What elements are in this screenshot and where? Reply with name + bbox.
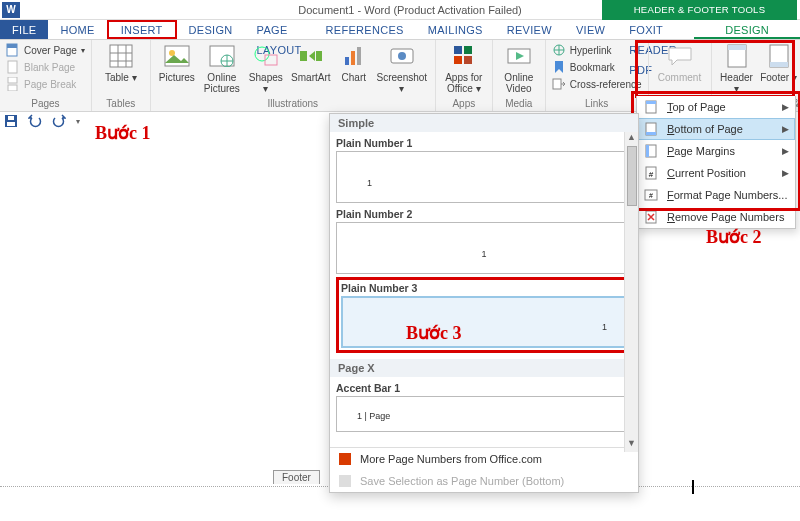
cross-ref-icon: [552, 77, 566, 91]
menu-bottom-of-page[interactable]: Bottom of Page▶: [637, 118, 795, 140]
remove-icon: [643, 209, 659, 225]
cover-page-icon: [6, 43, 20, 57]
menu-page-margins[interactable]: Page Margins▶: [637, 140, 795, 162]
online-video-button[interactable]: Online Video: [499, 42, 539, 94]
scroll-up-icon[interactable]: ▲: [627, 132, 636, 146]
svg-rect-5: [110, 45, 132, 67]
contextual-tab-title: HEADER & FOOTER TOOLS: [602, 0, 797, 20]
page-number-menu: Top of Page▶ Bottom of Page▶ Page Margin…: [636, 96, 796, 229]
blank-page-icon: [6, 60, 20, 74]
scroll-down-icon[interactable]: ▼: [627, 438, 636, 452]
pictures-button[interactable]: Pictures: [157, 42, 197, 83]
svg-point-22: [398, 52, 406, 60]
svg-rect-23: [454, 46, 462, 54]
redo-icon[interactable]: [52, 114, 66, 128]
shapes-icon: [252, 42, 280, 70]
cover-page-button[interactable]: Cover Page ▾: [6, 42, 85, 58]
pictures-icon: [163, 42, 191, 70]
online-pictures-icon: [208, 42, 236, 70]
gallery-item-4[interactable]: 1 | Page: [336, 396, 632, 432]
menu-current-position[interactable]: #Current Position▶: [637, 162, 795, 184]
group-media: Online Video Media: [493, 40, 546, 111]
menu-format-page-numbers[interactable]: #Format Page Numbers...: [637, 184, 795, 206]
table-icon: [107, 42, 135, 70]
header-button[interactable]: Header ▾: [718, 42, 756, 94]
hyperlink-button[interactable]: Hyperlink: [552, 42, 642, 58]
submenu-arrow-icon: ▶: [782, 124, 789, 134]
group-pages: Cover Page ▾ Blank Page Page Break Pages: [0, 40, 92, 111]
top-of-page-icon: [643, 99, 659, 115]
tab-home[interactable]: HOME: [48, 20, 106, 39]
apps-button[interactable]: Apps for Office ▾: [442, 42, 486, 94]
svg-rect-43: [7, 122, 15, 126]
save-selection: Save Selection as Page Number (Bottom): [330, 470, 638, 492]
office-icon: [338, 452, 352, 466]
svg-rect-44: [8, 116, 14, 120]
blank-page-button[interactable]: Blank Page: [6, 59, 85, 75]
cross-reference-button[interactable]: Cross-reference: [552, 76, 642, 92]
tab-foxit[interactable]: FOXIT READER PDF: [617, 20, 694, 39]
page-margins-icon: [643, 143, 659, 159]
hyperlink-icon: [552, 43, 566, 57]
video-icon: [505, 42, 533, 70]
svg-rect-20: [357, 47, 361, 65]
scroll-thumb[interactable]: [627, 146, 637, 206]
word-app-icon: W: [2, 2, 20, 18]
svg-rect-4: [8, 85, 17, 91]
page-break-button[interactable]: Page Break: [6, 76, 85, 92]
shapes-button[interactable]: Shapes ▾: [247, 42, 285, 94]
header-icon: [723, 42, 751, 70]
menu-top-of-page[interactable]: Top of Page▶: [637, 96, 795, 118]
gallery-scrollbar[interactable]: ▲ ▼: [624, 132, 638, 452]
gallery-item-1[interactable]: 1: [336, 151, 632, 203]
current-position-icon: #: [643, 165, 659, 181]
text-cursor: [692, 480, 694, 494]
footer-icon: [765, 42, 793, 70]
table-button[interactable]: Table ▾: [98, 42, 144, 83]
save-icon[interactable]: [4, 114, 18, 128]
submenu-arrow-icon: ▶: [782, 168, 789, 178]
svg-rect-16: [300, 51, 307, 61]
footer-section-tab: Footer: [273, 470, 320, 484]
online-pictures-button[interactable]: Online Pictures: [201, 42, 243, 94]
submenu-arrow-icon: ▶: [782, 146, 789, 156]
smartart-icon: [297, 42, 325, 70]
tab-references[interactable]: REFERENCES: [314, 20, 416, 39]
tab-design[interactable]: DESIGN: [177, 20, 245, 39]
menu-remove-page-numbers[interactable]: Remove Page Numbers: [637, 206, 795, 228]
gallery-item-2[interactable]: 1: [336, 222, 632, 274]
group-illustrations: Pictures Online Pictures Shapes ▾ SmartA…: [151, 40, 436, 111]
svg-rect-19: [351, 51, 355, 65]
group-links: Hyperlink Bookmark Cross-reference Links: [546, 40, 649, 111]
tab-hf-design[interactable]: DESIGN: [694, 20, 800, 39]
smartart-button[interactable]: SmartArt: [289, 42, 333, 83]
ribbon-tabs: FILE HOME INSERT DESIGN PAGE LAYOUT REFE…: [0, 20, 800, 40]
tab-mailings[interactable]: MAILINGS: [416, 20, 495, 39]
gallery-item-3-label: Plain Number 3: [341, 282, 627, 294]
screenshot-icon: [388, 42, 416, 70]
page-number-gallery: Simple Plain Number 1 1 Plain Number 2 1…: [329, 113, 639, 493]
submenu-arrow-icon: ▶: [782, 102, 789, 112]
tab-review[interactable]: REVIEW: [495, 20, 564, 39]
tab-insert[interactable]: INSERT: [107, 20, 177, 39]
svg-rect-17: [316, 51, 322, 61]
chart-icon: [340, 42, 368, 70]
gallery-item-3[interactable]: 1: [341, 296, 627, 348]
gallery-item-4-label: Accent Bar 1: [336, 382, 632, 394]
apps-icon: [450, 42, 478, 70]
more-page-numbers[interactable]: More Page Numbers from Office.com: [330, 448, 638, 470]
screenshot-button[interactable]: Screenshot ▾: [375, 42, 429, 94]
tab-page-layout[interactable]: PAGE LAYOUT: [245, 20, 314, 39]
chart-button[interactable]: Chart: [337, 42, 371, 83]
bookmark-button[interactable]: Bookmark: [552, 59, 642, 75]
tab-view[interactable]: VIEW: [564, 20, 617, 39]
footer-button[interactable]: Footer ▾: [760, 42, 798, 83]
gallery-footer: More Page Numbers from Office.com Save S…: [330, 447, 638, 492]
comment-button[interactable]: Comment: [655, 42, 705, 83]
svg-point-14: [255, 47, 269, 61]
highlight-box-gallery-item: Plain Number 3 1: [336, 277, 632, 353]
svg-text:#: #: [649, 170, 654, 179]
bottom-of-page-icon: [643, 121, 659, 137]
tab-file[interactable]: FILE: [0, 20, 48, 39]
undo-icon[interactable]: [28, 114, 42, 128]
